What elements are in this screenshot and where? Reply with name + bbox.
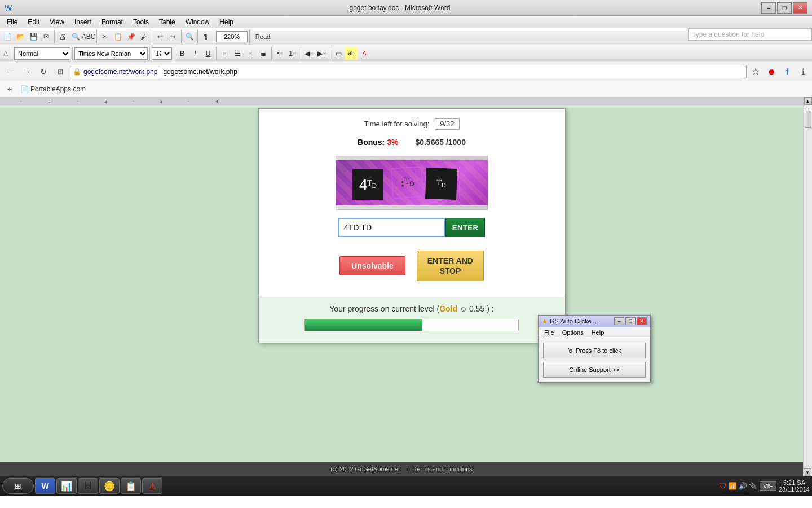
preview-button[interactable]: 🔍 [69,30,82,43]
print-button[interactable]: 🖨 [56,30,69,43]
spellcheck-button[interactable]: ABC [82,30,95,43]
border-button[interactable]: ▭ [332,47,345,60]
footer-sep: | [406,466,408,472]
new-button[interactable]: 📄 [1,30,14,43]
window-title: goget bo tay.doc - Microsoft Word [38,4,761,12]
taskbar-app4-button[interactable]: 📋 [121,478,141,494]
back-button[interactable]: ← [2,64,17,79]
content-area: · 1 · 2 · 3 · 4 Time left for solving: 9 [0,97,812,476]
bookmark-portableapps[interactable]: 📄 PortableApps.com [18,84,88,94]
align-center-button[interactable]: ☰ [231,47,244,60]
gs-menu-help[interactable]: Help [588,329,608,336]
address-input[interactable] [160,65,744,78]
highlight-button[interactable]: ab [345,47,358,60]
email-button[interactable]: ✉ [40,30,52,43]
gs-maximize-button[interactable]: □ [625,317,636,325]
help-input[interactable] [689,29,811,40]
gs-menu-options[interactable]: Options [559,329,587,336]
bold-button[interactable]: B [176,47,188,60]
refresh-button[interactable]: ↻ [36,64,51,79]
decrease-indent-button[interactable]: ◀≡ [303,47,315,60]
mouse-icon: 🖱 [567,347,573,354]
taskbar-app1-button[interactable]: 📊 [56,478,77,494]
footer-terms[interactable]: Terms and conditions [414,466,473,472]
menu-format[interactable]: Format [97,17,127,27]
format-painter-button[interactable]: 🖌 [138,30,150,43]
menu-window[interactable]: Window [181,17,214,27]
ruler: · 1 · 2 · 3 · 4 [0,97,803,106]
style-select[interactable]: Normal [14,47,70,60]
start-button[interactable]: ⊞ [2,478,34,494]
menu-table[interactable]: Table [155,17,180,27]
zoom-input[interactable] [216,31,248,42]
menu-insert[interactable]: Insert [70,17,96,27]
press-f8-button[interactable]: 🖱 Press F8 to click [543,343,646,358]
record-button[interactable]: ⏺ [765,65,778,78]
font-color-button[interactable]: A [358,47,370,60]
scroll-thumb[interactable] [805,111,811,128]
gs-close-button[interactable]: ✕ [637,317,647,325]
bookmarks-bar: + 📄 PortableApps.com [0,81,812,97]
sep-f4 [174,47,174,60]
minimize-button[interactable]: – [761,2,776,14]
app4-icon: 📋 [125,481,136,492]
scroll-down-button[interactable]: ▼ [804,468,811,476]
gs-star-icon: ★ [542,318,548,325]
taskbar-app3-button[interactable]: 🪙 [99,478,120,494]
font-select[interactable]: Times New Roman [74,47,148,60]
increase-indent-button[interactable]: ▶≡ [316,47,328,60]
underline-button[interactable]: U [202,47,214,60]
home-button[interactable]: ⊞ [53,64,68,79]
numbered-list-button[interactable]: 1≡ [286,47,299,60]
bookmark-star[interactable]: ☆ [749,65,762,78]
word-taskbar-icon: W [41,481,48,491]
enter-button[interactable]: ENTER [445,218,485,237]
usb-icon: 🔌 [749,482,757,490]
captcha-text-input[interactable] [338,218,445,237]
add-tab-button[interactable]: + [5,84,15,94]
captcha-block-3: TD [425,168,457,200]
undo-button[interactable]: ↩ [154,30,166,43]
pilcrow-button[interactable]: ¶ [200,30,212,43]
scroll-up-button[interactable]: ▲ [804,97,812,105]
footer-copyright: (c) 2012 GoGetSome.net [330,466,400,472]
save-button[interactable]: 💾 [27,30,39,43]
taskbar-word-button[interactable]: W [35,478,55,494]
sep3 [152,30,152,43]
facebook-button[interactable]: f [780,65,794,78]
menu-file[interactable]: File [2,17,22,27]
align-left-button[interactable]: ≡ [218,47,231,60]
progress-section: Your progress on current level (Gold ☺ 0… [259,296,565,343]
bonus-label: Bonus: [358,138,385,147]
menu-tools[interactable]: Tools [129,17,153,27]
font-size-select[interactable]: 12 [152,47,172,60]
justify-button[interactable]: ≣ [257,47,270,60]
forward-button[interactable]: → [19,64,34,79]
info-button[interactable]: ℹ [796,65,810,78]
enter-stop-button[interactable]: ENTER ANDSTOP [417,251,484,281]
read-button[interactable]: Read [251,30,274,43]
maximize-button[interactable]: □ [777,2,792,14]
taskbar-app5-button[interactable]: ⚠ [142,478,162,494]
ruler-mark: · [77,99,78,104]
paste-button[interactable]: 📌 [125,30,137,43]
bullet-list-button[interactable]: •≡ [273,47,286,60]
unsolvable-button[interactable]: Unsolvable [339,256,405,275]
online-support-button[interactable]: Online Support >> [543,362,646,378]
open-button[interactable]: 📂 [14,30,27,43]
scrollbar-vertical[interactable]: ▲ ▼ [803,97,812,476]
menu-edit[interactable]: Edit [23,17,44,27]
gs-menu-file[interactable]: File [541,329,558,336]
italic-button[interactable]: I [189,47,201,60]
search-button[interactable]: 🔍 [183,30,196,43]
menu-help[interactable]: Help [215,17,238,27]
copy-button[interactable]: 📋 [112,30,124,43]
ruler-mark: 1 [48,99,51,104]
menu-view[interactable]: View [45,17,69,27]
taskbar-app2-button[interactable]: H [78,478,98,494]
align-right-button[interactable]: ≡ [244,47,257,60]
cut-button[interactable]: ✂ [99,30,111,43]
close-button[interactable]: ✕ [793,2,807,14]
redo-button[interactable]: ↪ [167,30,179,43]
gs-minimize-button[interactable]: – [614,317,624,325]
